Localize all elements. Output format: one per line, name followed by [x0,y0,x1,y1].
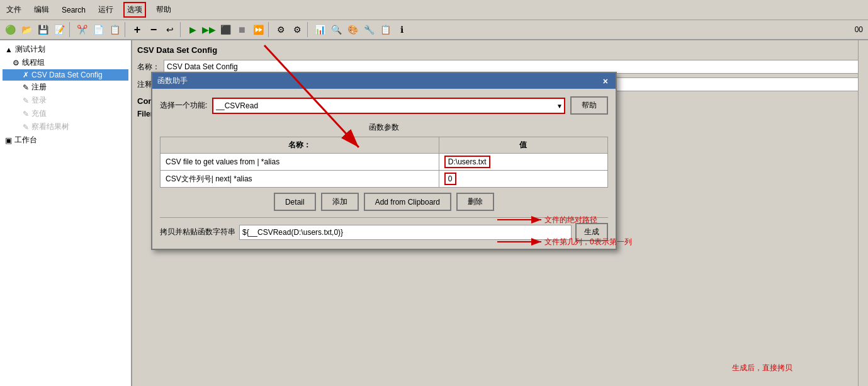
toolbar-separator-5 [307,22,310,37]
toolbar-btn-stop[interactable]: ⬛ [218,22,233,37]
tree-item-workbench[interactable]: ▣ 工作台 [3,133,128,147]
copy-label: 拷贝并粘贴函数字符串 [160,227,235,237]
content-area: CSV Data Set Config 名称： 注释： Configure th… [132,40,868,386]
tree-item-thread-group[interactable]: ⚙ 线程组 [3,56,128,69]
toolbar-btn-copy[interactable]: 📄 [91,22,106,37]
params-table: 名称： 值 CSV file to get values from | *ali… [160,137,608,188]
tree-item-register[interactable]: ✎ 注册 [3,81,128,94]
param-value-0: D:\users.txt [439,154,607,171]
toolbar-separator-2 [125,22,127,37]
add-from-clipboard-button[interactable]: Add from Clipboard [364,193,451,211]
toolbar-btn-chart[interactable]: 📊 [312,22,327,37]
dialog-body: 选择一个功能: __CSVRead ▼ 帮助 函数参数 名称： [152,89,616,249]
csv-config-icon: ✗ [23,71,29,79]
toolbar-btn-settings[interactable]: ⚙ [273,22,288,37]
detail-button[interactable]: Detail [274,193,316,211]
tree-item-test-plan[interactable]: ▲ 测试计划 [3,43,128,56]
action-buttons-row: Detail 添加 Add from Clipboard 删除 [160,193,608,211]
tree-item-csv-config[interactable]: ✗ CSV Data Set Config [3,69,128,81]
test-plan-icon: ▲ [5,45,13,54]
func-label: 选择一个功能: [160,100,207,111]
toolbar-btn-palette[interactable]: 🎨 [345,22,360,37]
menubar: 文件 编辑 Search 运行 选项 帮助 [0,0,868,20]
toolbar-btn-list[interactable]: 📋 [378,22,393,37]
toolbar-btn-play[interactable]: ▶ [185,22,200,37]
menu-help[interactable]: 帮助 [154,3,174,16]
func-select-wrapper: __CSVRead ▼ [212,98,565,114]
param-row-0: CSV file to get values from | *alias D:\… [161,154,608,171]
toolbar-btn-info[interactable]: ℹ [394,22,409,37]
toolbar-separator-4 [268,22,271,37]
param-value-highlight-0: D:\users.txt [444,156,490,168]
toolbar-btn-stop-all[interactable]: ⏹ [234,22,249,37]
toolbar-btn-new[interactable]: 🟢 [3,22,18,37]
toolbar-btn-save[interactable]: 💾 [35,22,50,37]
toolbar: 🟢 📂 💾 📝 ✂️ 📄 📋 + − ↩ ▶ ▶▶ ⬛ ⏹ ⏩ ⚙ ⚙ 📊 🔍 … [0,20,868,40]
menu-search[interactable]: Search [59,4,88,16]
dialog-close-button[interactable]: × [600,76,611,86]
dialog: 函数助手 × 选择一个功能: __CSVRead ▼ 帮助 [151,72,617,250]
param-row-1: CSV文件列号| next| *alias 0 [161,171,608,188]
copy-input[interactable] [239,225,572,240]
toolbar-btn-play-no-pause[interactable]: ▶▶ [201,22,217,37]
login-icon: ✎ [23,96,29,105]
register-icon: ✎ [23,83,29,92]
tree-item-result-tree[interactable]: ✎ 察看结果树 [3,120,128,133]
workbench-icon: ▣ [5,136,12,145]
right-scrollbar[interactable] [858,40,868,386]
recharge-icon: ✎ [23,110,29,118]
copy-row: 拷贝并粘贴函数字符串 生成 [160,217,608,241]
thread-group-icon: ⚙ [13,59,20,67]
toolbar-btn-open[interactable]: 📂 [19,22,34,37]
toolbar-btn-forward[interactable]: ⏩ [251,22,266,37]
toolbar-btn-cut[interactable]: ✂️ [74,22,89,37]
toolbar-btn-plus[interactable]: + [130,22,145,37]
toolbar-separator-3 [180,22,183,37]
menu-options[interactable]: 选项 [123,2,146,18]
func-selector-row: 选择一个功能: __CSVRead ▼ 帮助 [160,96,608,115]
generate-button[interactable]: 生成 [575,223,608,241]
dialog-title: 函数助手 [157,76,188,86]
name-label: 名称： [137,62,160,72]
dialog-titlebar: 函数助手 × [152,73,616,89]
func-select[interactable]: __CSVRead [212,98,565,114]
param-value-1: 0 [439,171,607,188]
generate-annotation: 生成后，直接拷贝 [732,363,792,373]
param-name-0: CSV file to get values from | *alias [161,154,439,171]
csv-config-title: CSV Data Set Config [137,45,863,55]
toolbar-btn-tool[interactable]: 🔧 [361,22,376,37]
tree-panel: ▲ 测试计划 ⚙ 线程组 ✗ CSV Data Set Config ✎ 注册 … [0,40,132,386]
menu-file[interactable]: 文件 [4,3,24,16]
toolbar-btn-undo[interactable]: ↩ [162,22,178,37]
param-value-highlight-1: 0 [444,173,456,185]
menu-edit[interactable]: 编辑 [31,3,52,16]
main-layout: ▲ 测试计划 ⚙ 线程组 ✗ CSV Data Set Config ✎ 注册 … [0,40,868,386]
tree-item-recharge[interactable]: ✎ 充值 [3,107,128,120]
add-button[interactable]: 添加 [321,193,359,211]
toolbar-btn-paste[interactable]: 📋 [107,22,122,37]
col-name-header: 名称： [161,137,439,154]
menu-run[interactable]: 运行 [96,3,116,16]
param-name-1: CSV文件列号| next| *alias [161,171,439,188]
toolbar-btn-search[interactable]: 🔍 [329,22,344,37]
params-title: 函数参数 [160,122,608,133]
delete-button[interactable]: 删除 [456,193,494,211]
col-value-header: 值 [439,137,607,154]
result-tree-icon: ✎ [23,123,29,132]
toolbar-btn-settings2[interactable]: ⚙ [290,22,305,37]
toolbar-counter: 00 [855,25,865,34]
tree-item-login[interactable]: ✎ 登录 [3,94,128,107]
toolbar-separator-1 [69,22,72,37]
toolbar-btn-minus[interactable]: − [146,22,161,37]
help-button[interactable]: 帮助 [570,96,608,115]
toolbar-btn-saveas[interactable]: 📝 [52,22,67,37]
